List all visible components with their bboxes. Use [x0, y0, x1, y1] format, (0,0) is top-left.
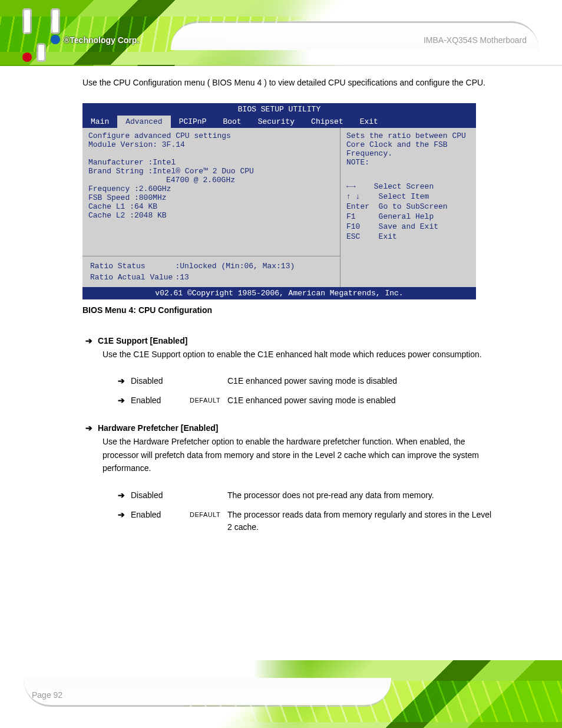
- bios-key-left-right: ←→ Select Screen: [346, 182, 470, 191]
- option-hwprefetch-enabled-row: ➔ Enabled DEFAULT The processor reads da…: [118, 509, 497, 533]
- bios-help-note: NOTE:: [346, 158, 470, 167]
- bios-title: BIOS SETUP UTILITY: [82, 103, 476, 116]
- bios-fsb-speed: FSB Speed :800MHz: [88, 193, 334, 202]
- option-c1e-disabled-desc: C1E enhanced power saving mode is disabl…: [227, 375, 497, 387]
- default-tag: DEFAULT: [190, 509, 227, 520]
- option-c1e-description: Use the C1E Support option to enable the…: [103, 348, 497, 361]
- bios-help-text: Sets the ratio between CPU Core Clock an…: [346, 131, 470, 158]
- arrow-icon: ➔: [118, 489, 131, 502]
- bios-ratio-status-label: Ratio Status: [90, 261, 173, 271]
- bios-cache-l2: Cache L2 :2048 KB: [88, 211, 334, 220]
- bios-help-pane: Sets the ratio between CPU Core Clock an…: [340, 128, 476, 287]
- intro-paragraph: Use the CPU Configuration menu ( BIOS Me…: [82, 77, 497, 89]
- figure-caption: BIOS Menu 4: CPU Configuration: [82, 305, 497, 315]
- bios-ratio-actual-value: :13: [174, 272, 295, 282]
- bios-tab-main: Main: [82, 116, 117, 128]
- page-number: Page 92: [32, 690, 62, 700]
- option-hwprefetch-disabled-desc: The processor does not pre-read any data…: [227, 489, 497, 502]
- bios-ratio-status-value: :Unlocked (Min:06, Max:13): [174, 261, 295, 271]
- option-hwprefetch-disabled-row: ➔ Disabled The processor does not pre-re…: [118, 489, 497, 502]
- bios-left-pane: Configure advanced CPU settings Module V…: [82, 128, 340, 256]
- iei-logo: [21, 8, 68, 64]
- arrow-icon: ➔: [82, 336, 95, 345]
- option-c1e-enabled-value: Enabled: [131, 394, 190, 407]
- option-hwprefetch-description: Use the Hardware Prefetcher option to en…: [103, 435, 497, 475]
- option-hwprefetch-label: Hardware Prefetcher [Enabled]: [98, 423, 219, 433]
- bios-tab-boot: Boot: [214, 116, 249, 128]
- bios-tab-bar: Main Advanced PCIPnP Boot Security Chips…: [82, 116, 476, 128]
- bios-key-enter: Enter Go to SubScreen: [346, 202, 470, 211]
- arrow-icon: ➔: [118, 394, 131, 407]
- page-body: Use the CPU Configuration menu ( BIOS Me…: [82, 77, 497, 541]
- footer-band: Page 92: [0, 660, 562, 728]
- arrow-icon: ➔: [118, 375, 131, 387]
- option-hwprefetch-disabled-value: Disabled: [131, 489, 190, 502]
- bios-key-up-down: ↑ ↓ Select Item: [346, 192, 470, 201]
- bios-tab-advanced: Advanced: [117, 116, 170, 128]
- bios-section-title: Configure advanced CPU settings: [88, 131, 334, 140]
- option-c1e-disabled-value: Disabled: [131, 375, 190, 387]
- arrow-icon: ➔: [82, 423, 95, 433]
- option-c1e-enabled-desc: C1E enhanced power saving mode is enable…: [227, 394, 497, 407]
- bios-cpu-brand: Brand String :Intel® Core™ 2 Duo CPU: [88, 167, 334, 176]
- bios-key-f10: F10 Save and Exit: [346, 222, 470, 231]
- bios-left-lower: Ratio Status :Unlocked (Min:06, Max:13) …: [82, 256, 340, 287]
- default-tag: DEFAULT: [190, 394, 227, 406]
- option-hwprefetch-enabled-desc: The processor reads data from memory reg…: [227, 509, 497, 533]
- bios-key-esc: ESC Exit: [346, 232, 470, 241]
- bios-tab-exit: Exit: [352, 116, 386, 128]
- option-c1e-disabled-tag: [190, 375, 227, 376]
- document-title: IMBA-XQ354S Motherboard: [424, 35, 527, 45]
- bios-ratio-actual-label: Ratio Actual Value: [90, 272, 173, 282]
- bios-key-f1: F1 General Help: [346, 212, 470, 221]
- header-band: ®Technology Corp. IMBA-XQ354S Motherboar…: [0, 0, 562, 66]
- option-c1e-heading: ➔ C1E Support [Enabled]: [82, 336, 497, 345]
- bios-cache-l1: Cache L1 :64 KB: [88, 202, 334, 211]
- option-hwprefetch-heading: ➔ Hardware Prefetcher [Enabled]: [82, 423, 497, 433]
- bios-module-version: Module Version: 3F.14: [88, 140, 334, 149]
- bios-cpu-manufacturer: Manufacturer :Intel: [88, 158, 334, 167]
- bios-cpu-frequency: Frequency :2.60GHz: [88, 185, 334, 193]
- bios-cpu-brand-line2: E4700 @ 2.60GHz: [88, 176, 334, 185]
- option-hwprefetch-enabled-value: Enabled: [131, 509, 190, 521]
- bios-tab-security: Security: [250, 116, 303, 128]
- arrow-icon: ➔: [118, 509, 131, 521]
- option-c1e-disabled-row: ➔ Disabled C1E enhanced power saving mod…: [118, 375, 497, 387]
- bios-copyright: v02.61 ©Copyright 1985-2006, American Me…: [82, 287, 476, 299]
- option-c1e-enabled-row: ➔ Enabled DEFAULT C1E enhanced power sav…: [118, 394, 497, 407]
- brand-tagline: ®Technology Corp.: [64, 35, 139, 45]
- footer-swoosh: [24, 678, 391, 707]
- bios-tab-chipset: Chipset: [303, 116, 352, 128]
- option-c1e-label: C1E Support [Enabled]: [98, 336, 187, 345]
- bios-tab-pcipnp: PCIPnP: [171, 116, 215, 128]
- bios-screenshot: BIOS SETUP UTILITY Main Advanced PCIPnP …: [82, 103, 476, 299]
- option-hwprefetch-disabled-tag: [190, 489, 227, 490]
- header-swoosh: [171, 21, 538, 50]
